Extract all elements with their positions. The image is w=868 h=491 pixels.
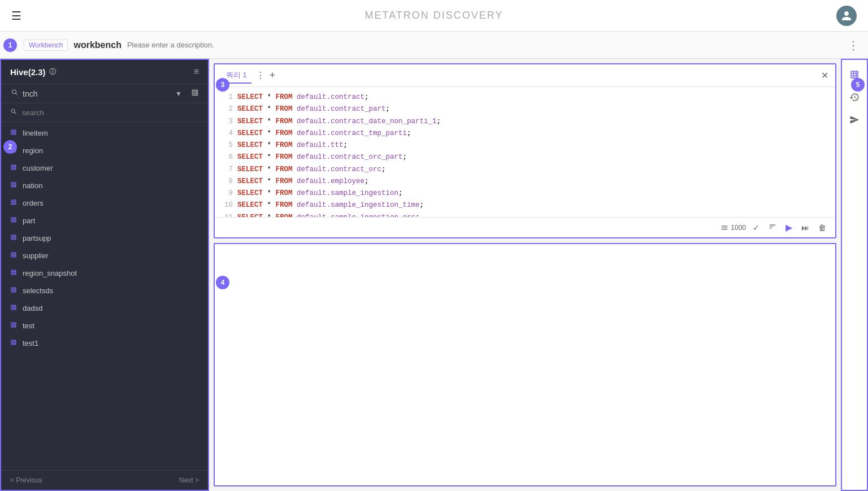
row-count: 1000 xyxy=(721,224,746,232)
table-list-item[interactable]: customer xyxy=(1,159,208,177)
query-panel: 쿼리 1 ⋮ + ✕ 1SELECT * FROM default.contra… xyxy=(214,63,836,238)
format-icon[interactable] xyxy=(766,221,779,233)
table-icon xyxy=(10,286,17,295)
query-line: 2SELECT * FROM default.contract_part; xyxy=(222,103,828,115)
step-badge-4: 4 xyxy=(216,276,229,289)
table-name: partsupp xyxy=(23,234,51,242)
info-icon[interactable]: ⓘ xyxy=(49,67,56,77)
table-icon xyxy=(10,304,17,312)
sidebar: Hive(2.3) ⓘ ≡ tnch ▼ xyxy=(0,59,209,491)
table-name: lineitem xyxy=(23,129,48,137)
table-list-item[interactable]: test1 xyxy=(1,334,208,352)
table-icon xyxy=(10,234,17,242)
table-grid-icon[interactable] xyxy=(191,89,199,98)
table-list-item[interactable]: part xyxy=(1,212,208,229)
query-line: 6SELECT * FROM default.contract_orc_part… xyxy=(222,151,828,163)
hamburger-icon[interactable]: ☰ xyxy=(11,9,21,23)
query-tabs: 쿼리 1 ⋮ + ✕ xyxy=(215,64,835,87)
table-list-item[interactable]: dadsd xyxy=(1,299,208,317)
close-query-tab-button[interactable]: ✕ xyxy=(821,70,828,81)
table-name: dadsd xyxy=(23,304,42,312)
main-layout: Hive(2.3) ⓘ ≡ tnch ▼ xyxy=(0,59,868,491)
line-content: SELECT * FROM default.sample_ingestion_t… xyxy=(237,199,424,211)
line-content: SELECT * FROM default.contract_orc; xyxy=(237,164,386,176)
line-content: SELECT * FROM default.contract_date_non_… xyxy=(237,116,441,128)
table-list-item[interactable]: lineitem xyxy=(1,124,208,142)
table-icon xyxy=(10,251,17,260)
line-number: 6 xyxy=(222,151,233,163)
table-name: supplier xyxy=(23,251,49,260)
query-tab-more-icon[interactable]: ⋮ xyxy=(256,70,265,81)
table-list: lineitem region customer nation orders xyxy=(1,122,208,470)
description-input[interactable] xyxy=(127,41,842,49)
line-number: 1 xyxy=(222,92,233,103)
query-line: 9SELECT * FROM default.sample_ingestion; xyxy=(222,188,828,199)
main-content: 쿼리 1 ⋮ + ✕ 1SELECT * FROM default.contra… xyxy=(209,59,841,491)
check-icon[interactable]: ✓ xyxy=(750,222,762,233)
line-content: SELECT * FROM default.sample_ingestion_o… xyxy=(237,212,420,218)
line-content: SELECT * FROM default.contract_part; xyxy=(237,103,390,115)
line-number: 9 xyxy=(222,188,233,199)
app-title: METATRON DISCOVERY xyxy=(364,10,503,21)
table-list-item[interactable]: partsupp xyxy=(1,229,208,247)
line-number: 2 xyxy=(222,103,233,115)
add-query-tab-button[interactable]: + xyxy=(270,69,276,81)
table-name: customer xyxy=(23,164,53,172)
skip-end-icon[interactable]: ⏭ xyxy=(799,222,811,233)
table-list-item[interactable]: region_snapshot xyxy=(1,264,208,282)
table-list-item[interactable]: test xyxy=(1,317,208,334)
query-line: 8SELECT * FROM default.employee; xyxy=(222,176,828,188)
line-content: SELECT * FROM default.contract_orc_part; xyxy=(237,151,407,163)
db-name: Hive(2.3) ⓘ xyxy=(10,67,56,77)
line-number: 10 xyxy=(222,199,233,211)
query-line: 7SELECT * FROM default.contract_orc; xyxy=(222,164,828,176)
line-content: SELECT * FROM default.sample_ingestion; xyxy=(237,188,403,199)
breadcrumb-tag[interactable]: Workbench xyxy=(24,40,68,51)
prev-button[interactable]: < Previous xyxy=(10,476,42,484)
table-name: orders xyxy=(23,199,44,207)
table-icon xyxy=(10,269,17,277)
delete-icon[interactable]: 🗑 xyxy=(816,222,828,233)
run-button[interactable]: ▶ xyxy=(783,221,795,234)
table-icon xyxy=(10,181,17,190)
line-number: 8 xyxy=(222,176,233,188)
table-name: test1 xyxy=(23,339,38,347)
query-line: 10SELECT * FROM default.sample_ingestion… xyxy=(222,199,828,211)
table-list-item[interactable]: nation xyxy=(1,177,208,194)
app-title-light: DISCOVERY xyxy=(433,10,504,21)
query-line: 3SELECT * FROM default.contract_date_non… xyxy=(222,116,828,128)
step-badge-2: 2 xyxy=(3,140,17,154)
table-list-item[interactable]: region xyxy=(1,142,208,159)
db-selector-row: tnch ▼ xyxy=(1,84,208,103)
line-content: SELECT * FROM default.contract; xyxy=(237,92,369,103)
sub-header: ← Workbench workbench ⋮ xyxy=(0,32,868,59)
sidebar-header: Hive(2.3) ⓘ ≡ xyxy=(1,60,208,84)
table-icon xyxy=(10,164,17,172)
query-toolbar: 1000 ✓ ▶ ⏭ 🗑 xyxy=(215,217,835,237)
next-button[interactable]: Next > xyxy=(179,476,199,484)
query-line: 5SELECT * FROM default.ttt; xyxy=(222,140,828,151)
table-list-item[interactable]: supplier xyxy=(1,247,208,264)
send-button[interactable] xyxy=(844,110,865,130)
more-menu-button[interactable]: ⋮ xyxy=(848,38,859,52)
db-selected-value[interactable]: tnch xyxy=(23,89,171,98)
page-title: workbench xyxy=(73,40,121,50)
table-icon xyxy=(10,321,17,330)
avatar[interactable] xyxy=(836,6,857,26)
list-icon[interactable]: ≡ xyxy=(194,67,199,77)
dropdown-arrow-icon[interactable]: ▼ xyxy=(175,90,182,98)
query-editor[interactable]: 1SELECT * FROM default.contract;2SELECT … xyxy=(215,87,835,217)
table-name: test xyxy=(23,321,34,330)
table-name: region_snapshot xyxy=(23,269,77,277)
right-sidebar xyxy=(841,59,868,491)
table-list-item[interactable]: orders xyxy=(1,194,208,212)
line-number: 11 xyxy=(222,212,233,218)
table-icon xyxy=(10,129,17,137)
step-badge-1: 1 xyxy=(3,38,17,52)
table-list-item[interactable]: selectsds xyxy=(1,282,208,299)
table-icon xyxy=(10,199,17,207)
line-content: SELECT * FROM default.employee; xyxy=(237,176,369,188)
table-name: selectsds xyxy=(23,286,53,295)
line-content: SELECT * FROM default.ttt; xyxy=(237,140,348,151)
search-input[interactable] xyxy=(22,108,199,117)
